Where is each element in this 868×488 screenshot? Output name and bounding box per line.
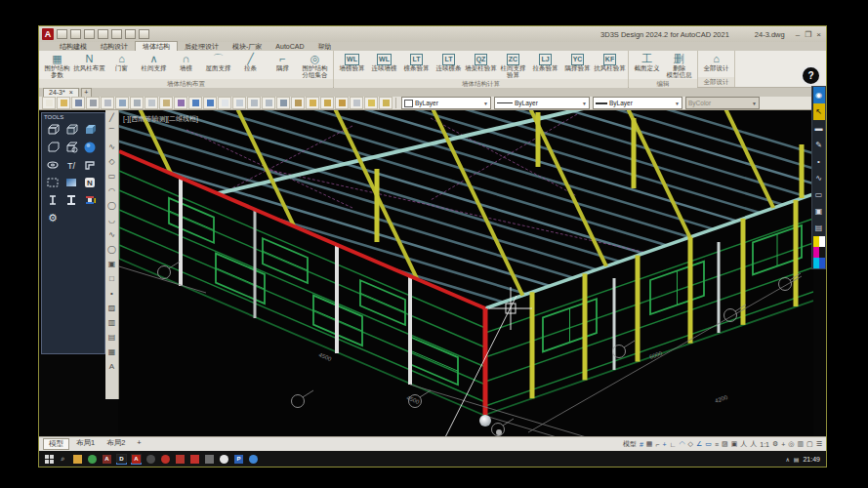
taskbar-autocad-app-icon[interactable]: A: [131, 454, 142, 465]
viewport-controls-label[interactable]: [-][西南等轴测][二维线框]: [123, 115, 198, 123]
undo-icon[interactable]: [188, 97, 202, 109]
annotation-visibility-toggle[interactable]: 人: [740, 439, 747, 449]
open-icon[interactable]: [57, 97, 70, 109]
polyline-tool-icon[interactable]: ∿: [108, 140, 115, 154]
table-tool-icon[interactable]: ▦: [108, 345, 116, 359]
design-center-icon[interactable]: [291, 97, 305, 109]
curve-tool-icon[interactable]: ∿: [813, 170, 825, 186]
ribbon-tab-帮助[interactable]: 帮助: [311, 42, 339, 51]
linetype-control-dropdown[interactable]: ByLayer ▼: [494, 97, 590, 109]
taskbar-search-icon[interactable]: ⌕: [58, 454, 68, 465]
ribbon-tab-AutoCAD[interactable]: AutoCAD: [269, 42, 310, 51]
cont-purlin-button[interactable]: LT连续檩条: [433, 52, 465, 72]
enclosure-params-button[interactable]: ▦围护结构 参数: [41, 52, 73, 79]
taskbar-file-explorer-icon[interactable]: [72, 454, 83, 465]
view-section-icon[interactable]: [62, 140, 79, 155]
ribbon-tab-墙体结构[interactable]: 墙体结构: [135, 41, 178, 51]
open-button[interactable]: [70, 29, 81, 39]
minimize-button[interactable]: –: [796, 30, 800, 39]
polar-tracking-toggle[interactable]: ◠: [680, 440, 685, 448]
start-button[interactable]: [45, 455, 54, 464]
revcloud-tool-icon[interactable]: ◡: [108, 213, 115, 227]
clean-screen-toggle[interactable]: ▢: [806, 440, 813, 448]
settings-gear-icon[interactable]: ⚙: [44, 210, 61, 225]
properties-icon[interactable]: [276, 97, 290, 109]
tie-check-button[interactable]: LJ拉条验算: [529, 52, 561, 72]
xline-tool-icon[interactable]: ⌒: [108, 125, 116, 140]
view-hidden-icon[interactable]: [62, 122, 79, 138]
board-tool-icon[interactable]: ▤: [813, 220, 825, 236]
section-define-button[interactable]: 工截面定义: [631, 52, 663, 72]
torus-tool-icon[interactable]: [44, 157, 61, 173]
plot-preview-icon[interactable]: [101, 97, 114, 109]
enclosure-group-button[interactable]: ◎围护结构 分组集合: [299, 52, 331, 79]
ibeam-section-icon[interactable]: [44, 192, 61, 208]
markup-icon[interactable]: [335, 97, 349, 109]
layout-tab-布局1[interactable]: 布局1: [71, 438, 100, 450]
cont-girt-button[interactable]: WL连续墙檩: [368, 52, 400, 72]
taskbar-pin-app-icon[interactable]: [219, 454, 229, 465]
north-badge-icon[interactable]: N: [81, 175, 98, 190]
snapshot-tool-icon[interactable]: ▣: [813, 203, 825, 220]
insert-block-tool-icon[interactable]: ▣: [108, 257, 116, 271]
ortho-mode-toggle[interactable]: ∟: [670, 441, 677, 448]
graphics-performance-toggle[interactable]: ▥: [797, 440, 804, 448]
taskbar-app-dark-red-icon[interactable]: A: [102, 454, 112, 465]
trash-tool-icon[interactable]: ▭: [813, 186, 825, 203]
taskbar-recorder-app-icon[interactable]: [160, 454, 171, 465]
gradient-tool-icon[interactable]: ▥: [108, 315, 116, 330]
line-tool-icon[interactable]: ╱: [109, 110, 114, 125]
taskbar-app-d-icon[interactable]: D: [116, 454, 127, 465]
tool-palettes-icon[interactable]: [306, 97, 319, 109]
column-brace-button[interactable]: ∧柱间支撑: [138, 52, 170, 72]
select-window-icon[interactable]: [44, 175, 61, 190]
isodraft-toggle[interactable]: ◇: [688, 440, 693, 448]
match-properties-icon[interactable]: [174, 97, 187, 109]
pan-icon[interactable]: [218, 97, 231, 109]
restore-button[interactable]: ❐: [805, 30, 811, 39]
taskbar-red-tile-app-icon[interactable]: [175, 454, 186, 465]
wall-col-check-button[interactable]: QZ墙架柱验算: [465, 52, 497, 72]
transparency-toggle[interactable]: ▨: [722, 440, 728, 448]
zoom-window-icon[interactable]: [247, 97, 261, 109]
save-icon[interactable]: [71, 97, 85, 109]
calculator-icon[interactable]: [350, 97, 363, 109]
save-button[interactable]: [84, 29, 95, 39]
view-wireframe-icon[interactable]: [44, 122, 61, 138]
lineweight-display-toggle[interactable]: ≡: [715, 441, 719, 448]
wind-col-check-button[interactable]: KF抗风柱验算: [594, 52, 626, 72]
gradient-tool-icon[interactable]: [62, 175, 79, 190]
new-document-tab-button[interactable]: +: [81, 88, 92, 97]
mtext-tool-icon[interactable]: A: [109, 359, 114, 374]
close-button[interactable]: ×: [816, 30, 821, 39]
delete-model-button[interactable]: 删删除 模型信息: [663, 52, 695, 79]
document-tab-close-icon[interactable]: ×: [69, 89, 73, 97]
annotation-color-swatch-2[interactable]: [813, 258, 825, 268]
ellipse-tool-icon[interactable]: ◯: [107, 242, 116, 257]
cut-icon[interactable]: [130, 97, 144, 109]
lineweight-control-dropdown[interactable]: ByLayer ▼: [593, 97, 682, 109]
taskbar-video-app-icon[interactable]: [189, 454, 200, 465]
autoscale-toggle[interactable]: 人: [750, 439, 757, 449]
new-button[interactable]: [57, 29, 67, 39]
roof-brace-button[interactable]: ⌒屋面支撑: [202, 52, 234, 72]
purlin-check-button[interactable]: LT檩条验算: [400, 52, 433, 72]
tray-expand-icon[interactable]: ∧: [785, 456, 789, 463]
door-window-button[interactable]: ⌂门窗: [105, 52, 138, 72]
ribbon-tab-结构建模[interactable]: 结构建模: [53, 42, 94, 51]
copy-clip-icon[interactable]: [145, 97, 158, 109]
object-snap-tracking-toggle[interactable]: ∠: [696, 440, 702, 448]
text-tool-icon[interactable]: T/: [62, 157, 79, 173]
rectangle-tool-icon[interactable]: ▭: [108, 169, 116, 183]
taskbar-app-blue-p-icon[interactable]: P: [233, 454, 244, 465]
polygon-tool-icon[interactable]: ◇: [108, 154, 114, 169]
drawing-canvas[interactable]: 4500 4500 6000 4200: [118, 110, 813, 436]
cursor-tool-icon[interactable]: ↖: [813, 103, 825, 120]
grid-display-toggle[interactable]: #: [640, 441, 643, 448]
redo-button[interactable]: [139, 29, 149, 39]
model-space-toggle[interactable]: 模型: [623, 439, 637, 449]
infer-constraints-toggle[interactable]: ⌐: [655, 441, 659, 448]
view-outline-icon[interactable]: [44, 140, 61, 155]
col-brace-check-button[interactable]: ZC柱间支撑 验算: [497, 52, 529, 79]
plot-icon[interactable]: [86, 97, 100, 109]
